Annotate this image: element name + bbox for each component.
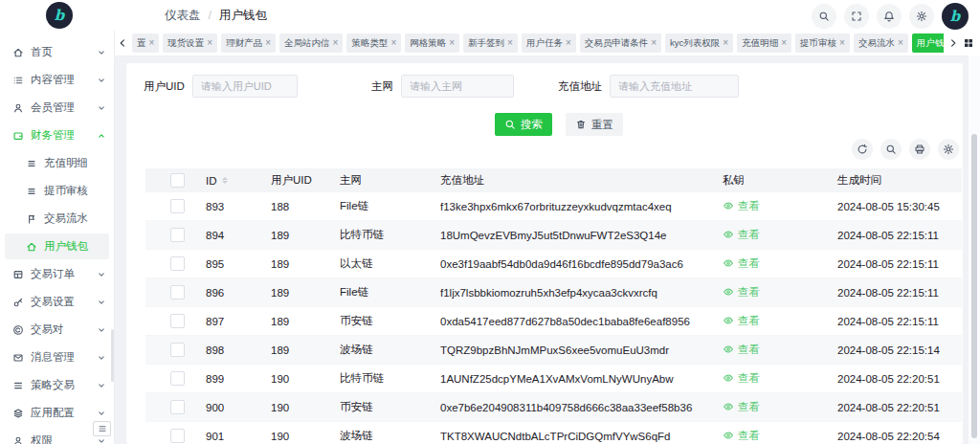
tab-strategy-type[interactable]: 策略类型×: [346, 33, 401, 53]
tab-list-button[interactable]: [963, 37, 974, 49]
row-checkbox[interactable]: [170, 228, 185, 242]
cell-uid: 189: [263, 336, 332, 365]
sidebar-item-message-management[interactable]: 消息管理: [0, 344, 114, 371]
tab-scroll-right-button[interactable]: [947, 37, 959, 49]
sidebar-subitem-transaction-flow[interactable]: 交易流水: [0, 205, 114, 233]
tab-trader-apply-conditions[interactable]: 交易员申请条件×: [580, 33, 661, 53]
select-all-checkbox[interactable]: [170, 173, 185, 188]
sidebar-subitem-user-wallet[interactable]: 用户钱包: [5, 233, 109, 259]
tab-grid-strategy[interactable]: 网格策略×: [405, 33, 459, 53]
sidebar-item-trade-orders[interactable]: 交易订单: [0, 260, 114, 288]
sidebar-item-member-management[interactable]: 会员管理: [0, 94, 114, 122]
sort-id-control[interactable]: [222, 177, 228, 184]
refresh-table-button[interactable]: [852, 139, 873, 160]
page-scrollbar[interactable]: [969, 56, 980, 444]
row-checkbox[interactable]: [170, 400, 185, 414]
sidebar-scrollbar-thumb[interactable]: [111, 329, 114, 382]
cell-id: 894: [198, 221, 263, 250]
breadcrumb-dashboard[interactable]: 仪表盘: [165, 8, 201, 24]
tab-close-icon[interactable]: ×: [566, 38, 571, 48]
tab-close-icon[interactable]: ×: [449, 38, 455, 48]
chevron-down-icon: [96, 324, 107, 336]
view-private-key-link[interactable]: 查看: [723, 343, 760, 357]
view-private-key-link[interactable]: 查看: [723, 400, 760, 414]
flow-icon: [26, 213, 37, 225]
uid-input[interactable]: [192, 75, 298, 98]
sidebar-item-content-management[interactable]: 内容管理: [0, 66, 114, 94]
table-row: 897189币安链0xda5417eed877d627b8a50dec1baba…: [145, 307, 962, 336]
collapse-sidebar-button[interactable]: [93, 421, 111, 436]
cell-time: 2024-08-05 22:20:54: [830, 422, 962, 444]
tab-transaction-flow[interactable]: 交易流水×: [854, 33, 908, 53]
view-private-key-link[interactable]: 查看: [723, 314, 760, 328]
view-private-key-link[interactable]: 查看: [723, 256, 760, 271]
sidebar-subitem-recharge-detail[interactable]: 充值明细: [0, 149, 114, 177]
app-logo[interactable]: b: [46, 2, 73, 29]
cell-id: 900: [198, 393, 263, 422]
sidebar-item-finance-management[interactable]: 财务管理: [0, 122, 114, 149]
tab-close-icon[interactable]: ×: [207, 38, 212, 48]
sidebar-item-trade-settings[interactable]: 交易设置: [0, 288, 114, 316]
column-settings-button[interactable]: [938, 139, 959, 160]
tab-user-tasks[interactable]: 用户任务×: [522, 33, 576, 53]
tab-global-site-mail[interactable]: 全局站内信×: [279, 33, 343, 53]
row-checkbox[interactable]: [170, 371, 185, 386]
fullscreen-button[interactable]: [844, 4, 869, 29]
row-checkbox[interactable]: [170, 256, 185, 271]
tab-close-icon[interactable]: ×: [723, 38, 728, 48]
scrollbar-thumb[interactable]: [971, 134, 977, 438]
tab-close-icon[interactable]: ×: [390, 38, 396, 48]
tab-scroll-left-button[interactable]: [117, 37, 128, 49]
tab-wealth-products[interactable]: 理财产品×: [221, 33, 276, 53]
tab-user-wallet[interactable]: 用户钱包×: [912, 33, 944, 53]
row-checkbox[interactable]: [170, 199, 185, 213]
address-input[interactable]: [610, 75, 739, 98]
row-checkbox[interactable]: [170, 314, 185, 328]
table-search-button[interactable]: [880, 139, 902, 160]
tab-label: 现货设置: [167, 37, 204, 50]
view-private-key-link[interactable]: 查看: [723, 285, 760, 300]
settings-button[interactable]: [909, 4, 934, 29]
tab-close-icon[interactable]: ×: [781, 38, 787, 48]
tab-recharge-detail[interactable]: 充值明细×: [737, 33, 791, 53]
tab-close-icon[interactable]: ×: [265, 38, 271, 48]
sidebar-item-strategy-trading[interactable]: 策略交易: [0, 371, 114, 399]
cell-time: 2024-08-05 15:30:45: [830, 192, 962, 221]
tab-close-icon[interactable]: ×: [333, 38, 339, 48]
reset-button[interactable]: 重置: [566, 113, 623, 136]
header-search-button[interactable]: [812, 4, 836, 29]
tab-close-icon[interactable]: ×: [839, 38, 845, 48]
sidebar-item-home[interactable]: 首页: [0, 38, 114, 66]
view-private-key-link[interactable]: 查看: [723, 199, 760, 213]
menu-item-label: 交易对: [31, 322, 64, 337]
view-private-key-link[interactable]: 查看: [723, 228, 760, 242]
mainnet-input[interactable]: [401, 75, 514, 98]
user-avatar[interactable]: b: [942, 3, 969, 30]
tab-close-icon[interactable]: ×: [507, 38, 513, 48]
view-private-key-link[interactable]: 查看: [723, 429, 760, 443]
tab-close-icon[interactable]: ×: [149, 38, 155, 48]
topbar-actions: b: [812, 3, 969, 30]
reset-button-label: 重置: [591, 118, 613, 132]
tab-newbie-signin[interactable]: 新手签到×: [463, 33, 518, 53]
tab-withdraw-review[interactable]: 提币审核×: [795, 33, 850, 53]
print-button[interactable]: [909, 139, 930, 160]
tab-label: 理财产品: [226, 37, 262, 50]
row-checkbox[interactable]: [170, 285, 185, 300]
tab-spot-settings[interactable]: 现货设置×: [163, 33, 217, 53]
tab-truncated-settings[interactable]: 置×: [132, 33, 159, 53]
notifications-button[interactable]: [877, 4, 902, 29]
menu-item-label: 交易流水: [44, 211, 88, 226]
view-private-key-link[interactable]: 查看: [723, 371, 760, 386]
search-button[interactable]: 搜索: [495, 113, 552, 136]
row-checkbox[interactable]: [170, 429, 185, 443]
row-checkbox[interactable]: [170, 343, 185, 357]
menu-item-label: 用户钱包: [44, 239, 88, 254]
table-row: 901190波场链TKT8XWAUCNdtbALcTPrCiDGQmfVYwS6…: [145, 422, 962, 444]
sidebar-subitem-withdraw-review[interactable]: 提币审核: [0, 177, 114, 205]
tab-close-icon[interactable]: ×: [651, 38, 657, 48]
sidebar-item-trade-pairs[interactable]: 交易对: [0, 316, 114, 344]
tab-kyc-list-permission[interactable]: kyc列表权限×: [665, 33, 733, 53]
tab-close-icon[interactable]: ×: [898, 38, 903, 48]
cell-address: 18UmQevzEVBmyJ5ut5tDnwuFWT2eS3Q14e: [433, 221, 715, 250]
